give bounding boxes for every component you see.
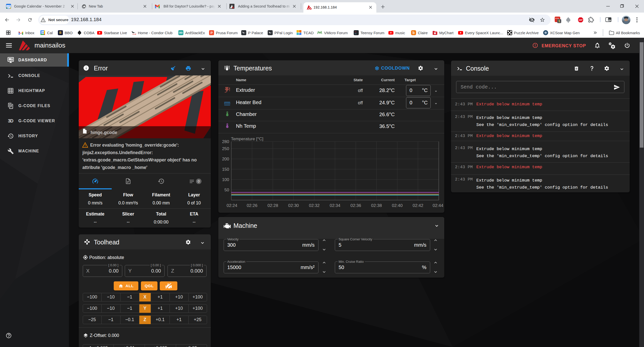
svg-text:17: 17 — [7, 5, 10, 8]
svg-text:02:28: 02:28 — [267, 203, 278, 208]
svg-text:26: 26 — [41, 31, 44, 34]
svg-text:02:36: 02:36 — [350, 203, 361, 208]
svg-text:T: T — [298, 32, 300, 34]
svg-text:1: 1 — [558, 19, 560, 23]
svg-text:ABP: ABP — [579, 19, 583, 21]
svg-text:02:24: 02:24 — [227, 203, 237, 208]
svg-text:RC: RC — [355, 33, 357, 34]
svg-text:02:26: 02:26 — [247, 203, 258, 208]
svg-text:02:30: 02:30 — [288, 203, 299, 208]
svg-text:02:38: 02:38 — [371, 203, 382, 208]
svg-text:02:40: 02:40 — [392, 203, 403, 208]
svg-text:02:44: 02:44 — [433, 203, 444, 208]
svg-text:02:42: 02:42 — [413, 203, 423, 208]
svg-text:200: 200 — [222, 157, 229, 161]
svg-text:CLUB: CLUB — [133, 33, 136, 35]
svg-text:02:34: 02:34 — [330, 203, 340, 208]
svg-text:PJ: PJ — [355, 31, 356, 33]
svg-text:150: 150 — [222, 167, 229, 172]
svg-text:02:32: 02:32 — [309, 203, 320, 208]
svg-text:280: 280 — [222, 139, 229, 144]
svg-text:50: 50 — [224, 188, 229, 192]
svg-text:250: 250 — [222, 146, 229, 151]
svg-text:100: 100 — [222, 177, 229, 182]
